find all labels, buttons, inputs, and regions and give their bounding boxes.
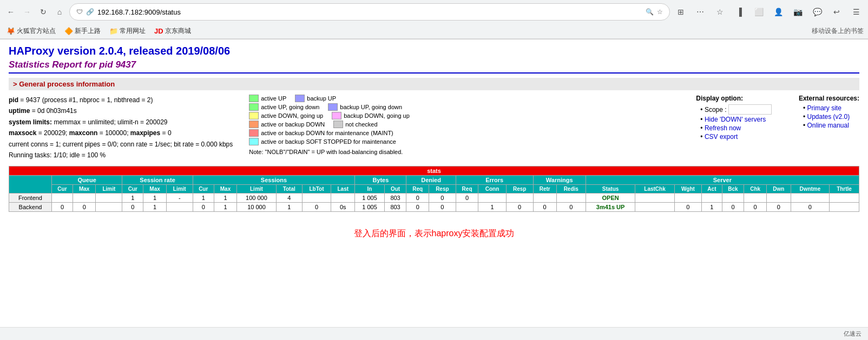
legend-color-active-up (249, 95, 259, 102)
th-b-out: Out (384, 185, 406, 194)
pid-line: pid = 9437 (process #1, nbproc = 1, nbth… (9, 95, 233, 105)
screenshot-button[interactable]: 📷 (790, 4, 805, 19)
extensions-button[interactable]: ⊞ (673, 4, 688, 19)
hide-down-item: Hide 'DOWN' servers (700, 116, 772, 123)
legend-label-active-down-up: active DOWN, going up (261, 112, 323, 119)
be-w-retr: 0 (533, 203, 556, 212)
info-layout: pid = 9437 (process #1, nbproc = 1, nbth… (9, 95, 859, 161)
be-lastchk (635, 203, 674, 212)
csv-export-item: CSV export (700, 133, 772, 141)
th-e-conn: Conn (478, 185, 506, 194)
legend-label-soft-stop: active or backup SOFT STOPPED for mainte… (261, 138, 396, 145)
legend-color-backup-up (295, 95, 305, 102)
online-manual-link[interactable]: Online manual (807, 122, 849, 129)
backend-name: Backend (9, 203, 52, 212)
legend-soft-stop: active or backup SOFT STOPPED for mainte… (249, 138, 396, 145)
section-general-header[interactable]: > General process information (9, 78, 859, 90)
address-input[interactable] (97, 8, 642, 16)
legend-label-backup-down-up: backup DOWN, going up (344, 112, 410, 119)
bookmark-newbie[interactable]: 🔶 新手上路 (62, 25, 103, 37)
fe-s-total: 4 (276, 194, 302, 203)
csv-export-link[interactable]: CSV export (705, 133, 738, 141)
page-content: HAProxy version 2.0.4, released 2019/08/… (0, 39, 868, 245)
backend-row: Backend 0 0 0 1 0 1 10 000 1 0 0s 1 005 … (9, 203, 859, 212)
bookmark-label-jd: 京东商城 (165, 26, 191, 36)
bookmarks-right-label: 移动设备上的书签 (812, 26, 864, 36)
stats-table: stats Queue Session rate Sessions Bytes … (9, 166, 859, 212)
be-status: 3m41s UP (586, 203, 635, 212)
chat-button[interactable]: 💬 (810, 4, 825, 19)
bookmark-label-newbie: 新手上路 (75, 26, 101, 36)
primary-site-item: Primary site (803, 104, 859, 112)
be-q-max: 0 (73, 203, 96, 212)
legend-backup-up-down: backup UP, going down (328, 103, 402, 111)
hide-down-link[interactable]: Hide 'DOWN' servers (705, 116, 766, 123)
legend-color-active-down-up (249, 112, 259, 119)
forward-button[interactable]: → (21, 5, 34, 18)
legend-row-6: active or backup SOFT STOPPED for mainte… (249, 138, 410, 145)
tab-button[interactable]: ⬜ (751, 4, 766, 19)
be-d-req: 0 (406, 203, 429, 212)
address-bar-wrapper: 🛡 🔗 🔍 ☆ (69, 3, 670, 21)
fe-e-req: 0 (456, 194, 478, 203)
profile-button[interactable]: 👤 (771, 4, 786, 19)
uptime-label: uptime (9, 107, 30, 115)
bottom-note: 登入后的界面，表示haproxy安装配置成功 (9, 228, 859, 239)
fe-s-limit: 100 000 (237, 194, 277, 203)
bookmark-icon-common: 📁 (109, 27, 118, 35)
fe-s-cur: 1 (193, 194, 214, 203)
bookmark-icon-jd: JD (154, 27, 163, 35)
th-s-last: Last (331, 185, 355, 194)
legend-color-soft-stop (249, 138, 259, 145)
fe-d-req: 0 (406, 194, 429, 203)
bookmark-icon-firefox: 🦊 (6, 27, 15, 35)
th-bck: Bck (722, 185, 744, 194)
title-divider (9, 72, 859, 74)
legend-color-active-backup-down (249, 121, 259, 128)
fe-b-in: 1 005 (355, 194, 384, 203)
updates-link[interactable]: Updates (v2.0) (807, 113, 850, 121)
stats-subtitle: Statistics Report for pid 9437 (9, 59, 859, 70)
star-icon: ☆ (657, 8, 663, 16)
more-button[interactable]: ⋯ (693, 4, 708, 19)
be-s-cur: 0 (193, 203, 214, 212)
external-resources-title: External resources: (799, 95, 859, 102)
fe-dwn (766, 194, 791, 203)
be-wght: 0 (674, 203, 702, 212)
uptime-line: uptime = 0d 0h03m41s (9, 105, 233, 116)
shield-icon: 🛡 (76, 8, 83, 16)
online-manual-item: Online manual (803, 122, 859, 129)
back-button[interactable]: ← (4, 5, 17, 18)
stats-table-wrapper: stats Queue Session rate Sessions Bytes … (9, 166, 859, 212)
bookmark-common[interactable]: 📁 常用网址 (107, 25, 148, 37)
home-button[interactable]: ⌂ (53, 5, 66, 18)
legend-row-5: active or backup DOWN for maintenance (M… (249, 129, 410, 137)
th-sessions: Sessions (193, 176, 355, 185)
scope-input[interactable] (728, 104, 772, 115)
be-sr-cur: 0 (122, 203, 143, 212)
fe-q-max (73, 194, 96, 203)
fe-s-max: 1 (214, 194, 236, 203)
legend-color-active-up-down (249, 103, 259, 111)
bookmark-firefox[interactable]: 🦊 火狐官方站点 (4, 25, 58, 37)
external-resources: External resources: Primary site Updates… (799, 95, 859, 161)
updates-item: Updates (v2.0) (803, 113, 859, 121)
primary-site-link[interactable]: Primary site (807, 104, 841, 112)
section-name-cell: stats (9, 166, 859, 176)
be-s-total: 1 (276, 203, 302, 212)
bookmark-jd[interactable]: JD 京东商城 (152, 25, 193, 37)
be-d-resp: 0 (429, 203, 456, 212)
refresh-now-link[interactable]: Refresh now (705, 124, 741, 132)
th-sr-cur: Cur (122, 185, 143, 194)
bookmark-button[interactable]: ☆ (712, 4, 727, 19)
reload-button[interactable]: ↻ (37, 5, 50, 18)
menu-button[interactable]: ☰ (849, 4, 864, 19)
sidebar-button[interactable]: ▐ (732, 4, 747, 19)
history-button[interactable]: ↩ (829, 4, 844, 19)
legend-row-3: active DOWN, going up backup DOWN, going… (249, 112, 410, 119)
fe-sr-max: 1 (143, 194, 166, 203)
legend-active-up-down: active UP, going down (249, 103, 319, 111)
fe-s-last (331, 194, 355, 203)
display-options-title: Display option: (696, 95, 772, 102)
legend-row-2: active UP, going down backup UP, going d… (249, 103, 410, 111)
